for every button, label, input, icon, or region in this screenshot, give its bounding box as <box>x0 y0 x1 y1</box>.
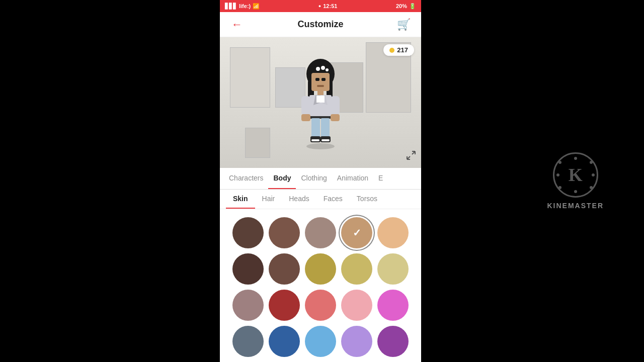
svg-rect-23 <box>321 139 330 141</box>
km-name-kine: KINE <box>547 202 568 210</box>
coin-icon <box>389 48 394 53</box>
color-steel-blue[interactable] <box>232 326 264 357</box>
color-dusty-rose[interactable] <box>232 290 264 321</box>
kinemaster-k-letter: K <box>569 164 583 186</box>
color-light-brown[interactable] <box>305 217 336 248</box>
battery-label: 20% <box>396 3 407 9</box>
km-dot-bottom <box>574 190 577 193</box>
color-purple[interactable] <box>377 326 409 357</box>
kinemaster-watermark: K KINE MASTER <box>547 152 604 210</box>
svg-rect-8 <box>315 78 319 81</box>
color-peach[interactable] <box>377 217 409 248</box>
signal-bars: ▋▋▋ <box>225 3 237 10</box>
svg-point-6 <box>326 68 329 71</box>
color-khaki[interactable] <box>341 253 372 285</box>
svg-rect-18 <box>311 118 320 138</box>
color-dark-brown[interactable] <box>232 217 264 248</box>
svg-rect-25 <box>331 96 340 115</box>
svg-point-4 <box>316 67 320 71</box>
color-salmon[interactable] <box>305 290 336 321</box>
svg-rect-24 <box>301 96 310 115</box>
svg-rect-10 <box>317 85 324 87</box>
km-dot-top-right <box>590 161 593 164</box>
color-olive-gold[interactable] <box>305 253 336 285</box>
page-title: Customize <box>297 19 343 30</box>
subtab-faces[interactable]: Faces <box>316 190 350 209</box>
top-nav: ← Customize 🛒 <box>220 12 421 37</box>
sub-tab-bar: Skin Hair Heads Faces Torsos <box>220 190 421 209</box>
color-navy-blue[interactable] <box>269 326 300 357</box>
km-dot-bottom-left <box>558 186 561 189</box>
tab-animation[interactable]: Animation <box>332 168 373 189</box>
svg-rect-11 <box>317 90 324 96</box>
character-preview: 217 <box>220 37 421 168</box>
cart-button[interactable]: 🛒 <box>395 16 413 34</box>
color-magenta[interactable] <box>377 290 409 321</box>
skin-color-grid: ✓ <box>220 209 421 362</box>
tab-extra[interactable]: E <box>373 168 388 189</box>
subtab-heads[interactable]: Heads <box>282 190 316 209</box>
tab-clothing[interactable]: Clothing <box>296 168 332 189</box>
bg-block-1 <box>230 47 270 108</box>
tab-characters[interactable]: Characters <box>224 168 268 189</box>
svg-rect-9 <box>321 78 326 81</box>
svg-rect-7 <box>311 73 330 91</box>
km-name-master: MASTER <box>568 202 604 210</box>
kinemaster-name: KINE MASTER <box>547 202 604 210</box>
color-tan[interactable]: ✓ <box>341 217 372 248</box>
main-tab-bar: Characters Body Clothing Animation E <box>220 168 421 190</box>
color-row-4 <box>226 326 415 357</box>
character-avatar <box>290 55 351 150</box>
color-medium-brown[interactable] <box>269 217 300 248</box>
svg-point-0 <box>306 143 335 149</box>
back-button[interactable]: ← <box>228 16 246 34</box>
record-icon: ● <box>318 4 321 9</box>
selected-check: ✓ <box>353 227 361 239</box>
wifi-icon: 📶 <box>253 3 260 10</box>
svg-rect-16 <box>316 96 325 103</box>
expand-button[interactable] <box>406 150 416 163</box>
svg-rect-27 <box>331 114 340 121</box>
coin-value: 217 <box>397 46 408 54</box>
svg-point-5 <box>321 66 325 70</box>
status-left: ▋▋▋ life:) 📶 <box>225 3 260 10</box>
subtab-skin[interactable]: Skin <box>226 190 255 209</box>
battery-icon: 🔋 <box>409 3 416 10</box>
color-pale-yellow[interactable] <box>377 253 409 285</box>
bg-block-5 <box>245 128 270 158</box>
kinemaster-logo-circle: K <box>553 152 598 198</box>
km-dot-bottom-right <box>590 186 593 189</box>
color-espresso[interactable] <box>269 253 300 285</box>
tab-body[interactable]: Body <box>268 168 296 189</box>
carrier-label: life:) <box>239 3 251 9</box>
km-dot-left <box>556 173 559 176</box>
subtab-hair[interactable]: Hair <box>255 190 282 209</box>
phone-frame: ▋▋▋ life:) 📶 ● 12:51 20% 🔋 ← Customize 🛒 <box>220 0 421 362</box>
km-dot-right <box>592 173 595 176</box>
color-darkest-brown[interactable] <box>232 253 264 285</box>
color-light-pink[interactable] <box>341 290 372 321</box>
svg-rect-22 <box>311 139 319 141</box>
status-center: ● 12:51 <box>318 3 338 9</box>
color-row-1: ✓ <box>226 217 415 248</box>
svg-rect-26 <box>301 114 310 121</box>
color-lavender[interactable] <box>341 326 372 357</box>
color-sky-blue[interactable] <box>305 326 336 357</box>
svg-rect-19 <box>321 118 330 138</box>
coin-badge: 217 <box>383 44 414 56</box>
km-dot-top-left <box>558 161 561 164</box>
color-crimson[interactable] <box>269 290 300 321</box>
subtab-torsos[interactable]: Torsos <box>350 190 384 209</box>
color-row-3 <box>226 290 415 321</box>
status-bar: ▋▋▋ life:) 📶 ● 12:51 20% 🔋 <box>220 0 421 12</box>
km-dot-top <box>574 157 577 160</box>
clock: 12:51 <box>323 3 337 9</box>
color-row-2 <box>226 253 415 285</box>
status-right: 20% 🔋 <box>396 3 416 10</box>
